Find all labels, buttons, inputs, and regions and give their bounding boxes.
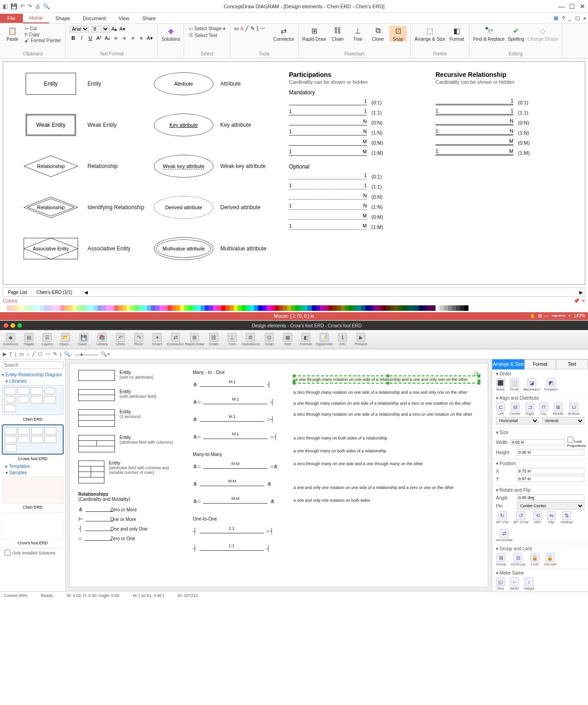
color-swatch[interactable] <box>159 305 163 311</box>
rapid-draw-button[interactable]: ⊞Rapid Draw <box>302 26 326 42</box>
color-swatch[interactable] <box>7 305 11 311</box>
color-swatch[interactable] <box>163 305 168 311</box>
canvas-area[interactable]: Entity Weak Entity Relationship Relation… <box>3 61 585 285</box>
dist-vert-select[interactable]: Vertical <box>542 417 585 424</box>
height-input[interactable] <box>517 449 584 456</box>
color-swatch[interactable] <box>242 305 246 311</box>
align-top-button[interactable]: ⊓Top <box>539 402 548 416</box>
connector-button[interactable]: ⇄Connector <box>273 26 294 42</box>
color-swatch[interactable] <box>225 305 229 311</box>
entity-shape[interactable] <box>78 409 115 427</box>
tree-samples[interactable]: ▾ Samples <box>5 470 64 475</box>
find-replace-button[interactable]: 🔭Find & Replace <box>473 26 504 42</box>
color-swatch[interactable] <box>201 305 205 311</box>
color-swatch[interactable] <box>460 305 464 311</box>
status-zoom[interactable]: Custom 89% <box>4 593 27 598</box>
entity-shape[interactable] <box>78 461 104 483</box>
align-right-button[interactable]: ⊐Right <box>525 402 534 416</box>
page-scroll-left-icon[interactable]: ◀ <box>82 290 90 295</box>
toolbar-chain-button[interactable]: ⛓Chain <box>205 331 223 348</box>
flip-button[interactable]: ⇋Flip <box>547 511 556 524</box>
rel-line[interactable]: M:1 <box>203 400 267 404</box>
toolbar-library-button[interactable]: 📚Library <box>93 331 111 348</box>
close-icon[interactable]: ✕ <box>580 3 585 10</box>
only-installed-checkbox[interactable]: Only Installed Solutions <box>2 548 64 557</box>
cut-button[interactable]: ✂Cut <box>24 26 62 32</box>
align-left-button[interactable]: ⊏Left <box>496 402 505 416</box>
card-line[interactable]: 11 <box>289 184 367 190</box>
color-swatch[interactable] <box>147 305 151 311</box>
card-line[interactable]: 1M <box>289 225 367 230</box>
associative-entity-shape[interactable]: Associative Entity <box>23 238 78 260</box>
color-swatch[interactable] <box>378 305 382 311</box>
card-line[interactable]: 11 <box>289 110 367 115</box>
color-swatch[interactable] <box>337 305 341 311</box>
rel-line[interactable]: M:M <box>203 464 267 469</box>
color-swatch[interactable] <box>126 305 131 311</box>
print-icon[interactable]: 🖨 <box>35 3 40 10</box>
dist-horiz-select[interactable]: Horizontal <box>496 417 539 424</box>
right-tab-format[interactable]: Format <box>524 359 556 369</box>
color-swatch[interactable] <box>386 305 390 311</box>
line-icon[interactable]: ╱ <box>32 351 35 357</box>
pin-icon[interactable]: 📌 <box>573 298 580 304</box>
color-swatch[interactable] <box>287 305 291 311</box>
max-dot-icon[interactable] <box>17 323 22 328</box>
toolbar-ops-button[interactable]: ⚙Operations <box>242 331 260 348</box>
color-swatch[interactable] <box>122 305 126 311</box>
help2-icon[interactable]: ? <box>560 16 566 21</box>
color-swatch[interactable] <box>308 305 312 311</box>
derived-attribute-shape[interactable]: Derived attribute <box>154 196 213 219</box>
font-size-select[interactable]: 8 <box>91 26 109 33</box>
weak-entity-shape[interactable]: Weak Entity <box>26 114 76 136</box>
card-line[interactable]: 1N <box>289 130 367 136</box>
curve-icon[interactable]: 〰 <box>45 352 50 357</box>
hand-icon[interactable]: ✋ <box>530 313 535 318</box>
bold-button[interactable]: B <box>70 34 77 42</box>
attribute-shape[interactable]: Attribute <box>154 72 213 95</box>
color-swatch[interactable] <box>110 305 114 311</box>
color-swatch[interactable] <box>238 305 242 311</box>
change-shape-button[interactable]: ◇Change Shape <box>528 26 558 42</box>
card-line[interactable]: N <box>289 195 367 200</box>
color-swatch[interactable] <box>299 305 304 311</box>
rel-line[interactable]: 1:1 <box>200 546 264 551</box>
order-forward-button[interactable]: ◩Forward <box>544 378 557 391</box>
toolbar-smart-button[interactable]: ✦Smart <box>148 331 166 348</box>
color-swatch[interactable] <box>69 305 73 311</box>
multivalue-attribute-shape[interactable]: Multivalue attribute <box>154 237 213 260</box>
align-center-button[interactable]: ⊟Center <box>510 402 521 416</box>
toolbar-format-button[interactable]: ◧Format <box>297 331 315 348</box>
undo-icon[interactable]: ↶ <box>20 3 25 10</box>
spelling-button[interactable]: ✔Spelling <box>507 26 525 42</box>
color-swatch[interactable] <box>48 305 52 311</box>
tab-home[interactable]: Home <box>23 13 49 23</box>
weak-key-attribute-shape[interactable]: Weak key attribute <box>154 155 213 178</box>
color-swatch[interactable] <box>56 305 60 311</box>
color-swatch[interactable] <box>180 305 184 311</box>
color-swatch[interactable] <box>328 305 332 311</box>
color-swatch[interactable] <box>349 305 353 311</box>
color-swatch[interactable] <box>3 305 7 311</box>
color-swatch[interactable] <box>52 305 56 311</box>
rel-line[interactable]: M:M <box>203 499 267 504</box>
italic-button[interactable]: I <box>78 34 86 42</box>
color-swatch[interactable] <box>155 305 159 311</box>
color-swatch[interactable] <box>44 305 48 311</box>
card-line[interactable]: 1M <box>436 150 513 156</box>
unlock-button[interactable]: 🔓UnLock <box>544 553 556 566</box>
card-line[interactable]: 1 <box>289 100 367 105</box>
toolbar-grid-button[interactable]: ▦Grid <box>279 331 296 348</box>
color-swatch[interactable] <box>423 305 427 311</box>
order-backward-button[interactable]: ◪Backward <box>523 378 539 391</box>
color-swatch[interactable] <box>357 305 361 311</box>
mac-canvas[interactable]: Entity(with no attributes) Entity(with a… <box>66 359 492 591</box>
zoom-slider[interactable]: —●——— <box>75 352 98 357</box>
card-line[interactable]: 1 <box>289 174 367 179</box>
color-swatch[interactable] <box>304 305 308 311</box>
rel-line[interactable] <box>86 517 113 521</box>
color-swatch[interactable] <box>271 305 275 311</box>
help-icon[interactable]: ▦ <box>552 15 560 21</box>
width-input[interactable] <box>511 439 565 445</box>
lib-crows-thumb[interactable] <box>2 424 64 455</box>
